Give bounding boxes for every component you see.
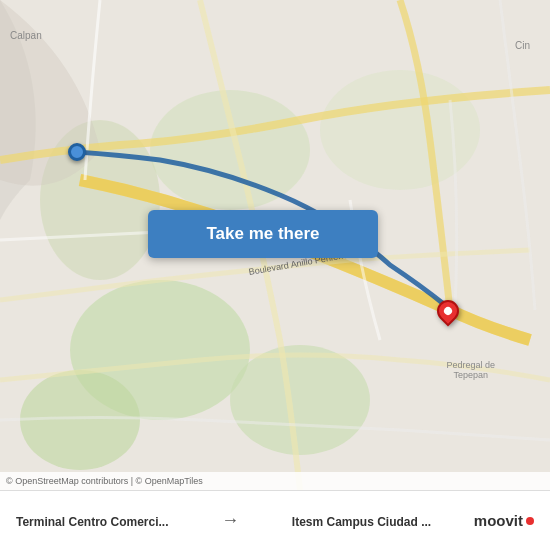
route-from-info: Terminal Centro Comerci... bbox=[16, 512, 168, 529]
from-location: Terminal Centro Comerci... bbox=[16, 515, 168, 529]
bottom-bar: Terminal Centro Comerci... → Itesm Campu… bbox=[0, 490, 550, 550]
attribution-bar: © OpenStreetMap contributors | © OpenMap… bbox=[0, 472, 550, 490]
take-me-there-button[interactable]: Take me there bbox=[148, 210, 378, 258]
to-location: Itesm Campus Ciudad ... bbox=[292, 515, 431, 529]
attribution-text: © OpenStreetMap contributors | © OpenMap… bbox=[6, 476, 203, 486]
svg-point-2 bbox=[230, 345, 370, 455]
origin-marker bbox=[68, 143, 86, 161]
destination-marker bbox=[437, 300, 459, 322]
logo-text: moovit bbox=[474, 512, 523, 529]
logo-dot bbox=[526, 517, 534, 525]
route-arrow-icon: → bbox=[221, 510, 239, 531]
svg-point-1 bbox=[20, 370, 140, 470]
moovit-logo: moovit bbox=[474, 512, 534, 529]
route-to-info: Itesm Campus Ciudad ... bbox=[292, 512, 431, 529]
map-container: Calpan Cin Pedregal deTepepan Boulevard … bbox=[0, 0, 550, 490]
